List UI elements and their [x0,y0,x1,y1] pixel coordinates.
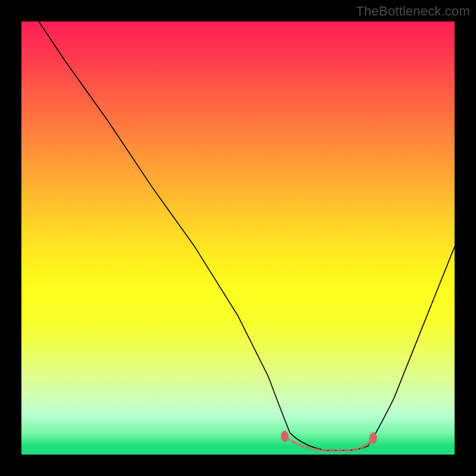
optimal-range-start-knob [281,431,289,442]
optimal-range-end-knob [369,433,377,444]
watermark-text: TheBottleneck.com [356,4,470,19]
bottleneck-curve [39,21,455,450]
optimal-range-marker [286,437,372,450]
plot-area [21,21,455,455]
curve-layer [21,21,455,455]
chart-frame: TheBottleneck.com [0,0,476,476]
